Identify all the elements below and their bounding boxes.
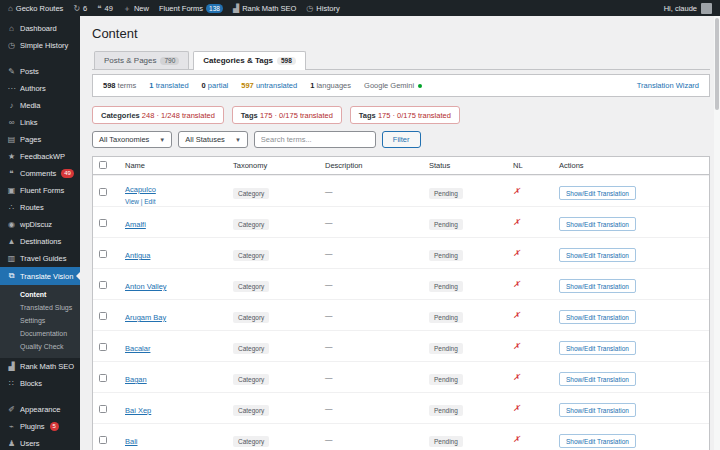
sidebar-item[interactable]: ❝ Comments 49 (0, 165, 80, 182)
stats-bar: 598 terms 1 translated 0 partial 597 unt… (92, 74, 710, 97)
count-badge: 49 (61, 169, 74, 178)
status-badge: Pending (429, 219, 463, 230)
submenu-item[interactable]: Quality Check (0, 340, 80, 353)
sidebar-item-translate-vision[interactable]: ⧉ Translate Vision (0, 267, 80, 285)
sidebar-item[interactable]: ◷ Simple History (0, 37, 80, 54)
status-select[interactable]: All Statuses ▼ (178, 131, 248, 148)
stat-languages: 1 languages (310, 81, 351, 90)
site-menu[interactable]: ⌂ Gecko Routes (8, 4, 63, 13)
row-checkbox[interactable] (99, 219, 107, 227)
term-name-link[interactable]: Anton Valley (125, 282, 167, 291)
summary-pills: Categories 248 · 1/248 translated Tags 1… (92, 106, 710, 124)
sidebar-item[interactable]: ▥ Travel Guides (0, 250, 80, 267)
sidebar-item[interactable]: ◉ wpDiscuz (0, 216, 80, 233)
row-checkbox[interactable] (99, 343, 107, 351)
sidebar-item[interactable]: ∷ Blocks (0, 375, 80, 392)
show-edit-translation-button[interactable]: Show/Edit Translation (559, 186, 636, 200)
sidebar-item[interactable]: ▣ Fluent Forms (0, 182, 80, 199)
term-name-link[interactable]: Bacalar (125, 344, 150, 353)
show-edit-translation-button[interactable]: Show/Edit Translation (559, 372, 636, 386)
stat-partial[interactable]: 0 partial (202, 81, 229, 90)
taxonomy-summary-pill[interactable]: Tags 175 · 0/175 translated (350, 106, 460, 124)
show-edit-translation-button[interactable]: Show/Edit Translation (559, 279, 636, 293)
view-edit-links[interactable]: View | Edit (125, 198, 233, 205)
stat-untranslated[interactable]: 597 untranslated (241, 81, 297, 90)
term-name-link[interactable]: Bai Xep (125, 406, 151, 415)
term-name-link[interactable]: Amalfi (125, 220, 146, 229)
tab-bar: Posts & Pages 790 Categories & Tags 598 (92, 51, 710, 70)
status-badge: Pending (429, 436, 463, 447)
taxonomy-summary-pill[interactable]: Categories 248 · 1/248 translated (92, 106, 224, 124)
show-edit-translation-button[interactable]: Show/Edit Translation (559, 310, 636, 324)
term-name-link[interactable]: Arugam Bay (125, 313, 166, 322)
sidebar-item[interactable]: ▲ Destinations (0, 233, 80, 250)
show-edit-translation-button[interactable]: Show/Edit Translation (559, 403, 636, 417)
tab-categories-tags[interactable]: Categories & Tags 598 (193, 51, 306, 70)
updates-menu[interactable]: ↻ 6 (73, 4, 87, 13)
submenu-item[interactable]: Documentation (0, 327, 80, 340)
taxonomy-badge: Category (233, 250, 269, 261)
row-checkbox[interactable] (99, 250, 107, 258)
form-icon: ▣ (7, 186, 16, 195)
avatar[interactable] (701, 3, 712, 14)
taxonomy-summary-pill[interactable]: Tags 175 · 0/175 translated (232, 106, 342, 124)
show-edit-translation-button[interactable]: Show/Edit Translation (559, 248, 636, 262)
select-all-checkbox[interactable] (99, 161, 107, 169)
stat-terms: 598 terms (103, 81, 136, 90)
history-menu[interactable]: ◷ History (306, 4, 339, 13)
sidebar-item[interactable]: ✎ Posts (0, 63, 80, 80)
row-checkbox[interactable] (99, 188, 107, 196)
submenu-item[interactable]: Translated Slugs (0, 301, 80, 314)
sidebar-item[interactable]: ∞ Links (0, 114, 80, 131)
row-checkbox[interactable] (99, 405, 107, 413)
home-icon: ⌂ (8, 4, 13, 13)
stat-translated[interactable]: 1 translated (149, 81, 188, 90)
sidebar-item[interactable]: ⋯ Authors (0, 80, 80, 97)
submenu-item-content[interactable]: Content (0, 288, 80, 301)
translate-icon: ⧉ (7, 271, 16, 281)
row-checkbox[interactable] (99, 312, 107, 320)
rank-math-menu[interactable]: ▟ Rank Math SEO (233, 4, 296, 13)
sidebar-item[interactable]: ★ FeedbackWP (0, 148, 80, 165)
search-input[interactable] (254, 131, 376, 148)
column-name: Name (125, 161, 233, 170)
count-badge: 5 (50, 422, 59, 431)
sidebar-item[interactable]: ✐ Appearance (0, 401, 80, 418)
filter-button[interactable]: Filter (382, 131, 421, 148)
book-icon: ▥ (7, 254, 16, 263)
show-edit-translation-button[interactable]: Show/Edit Translation (559, 434, 636, 448)
terms-table: Name Taxonomy Description Status NL Acti… (92, 156, 710, 450)
tab-posts-pages[interactable]: Posts & Pages 790 (94, 51, 189, 69)
comments-menu[interactable]: ❝ 49 (97, 4, 113, 13)
sidebar-item[interactable]: ▤ Pages (0, 131, 80, 148)
sidebar-item[interactable]: ⌂ Dashboard (0, 20, 80, 37)
row-checkbox[interactable] (99, 374, 107, 382)
sidebar-item[interactable]: ♟ Users (0, 435, 80, 450)
submenu-item[interactable]: Settings (0, 314, 80, 327)
term-name-link[interactable]: Bagan (125, 375, 147, 384)
chart-icon: ▟ (7, 362, 16, 371)
translation-wizard-link[interactable]: Translation Wizard (637, 81, 699, 90)
taxonomy-select[interactable]: All Taxonomies ▼ (92, 131, 172, 148)
term-name-link[interactable]: Bali (125, 437, 138, 446)
account-menu[interactable]: Hi, claude (664, 4, 697, 13)
tab-count: 790 (160, 57, 179, 65)
term-name-link[interactable]: Acapulco (125, 185, 156, 194)
sidebar-item[interactable]: ⌁ Plugins 5 (0, 418, 80, 435)
description-cell: — (325, 249, 429, 258)
row-checkbox[interactable] (99, 436, 107, 444)
row-checkbox[interactable] (99, 281, 107, 289)
sidebar-item[interactable]: ▟ Rank Math SEO (0, 358, 80, 375)
fluent-forms-menu[interactable]: Fluent Forms 138 (159, 4, 223, 13)
page-scrollbar[interactable] (714, 16, 720, 450)
term-name-link[interactable]: Antigua (125, 251, 150, 260)
show-edit-translation-button[interactable]: Show/Edit Translation (559, 341, 636, 355)
taxonomy-badge: Category (233, 188, 269, 199)
sidebar-item[interactable]: ♪ Media (0, 97, 80, 114)
new-menu[interactable]: ＋ New (123, 3, 149, 14)
sidebar-item[interactable]: ∴ Routes (0, 199, 80, 216)
scrollbar-thumb[interactable] (715, 18, 719, 110)
taxonomy-badge: Category (233, 436, 269, 447)
show-edit-translation-button[interactable]: Show/Edit Translation (559, 217, 636, 231)
translation-missing-icon: ✗ (513, 279, 559, 289)
